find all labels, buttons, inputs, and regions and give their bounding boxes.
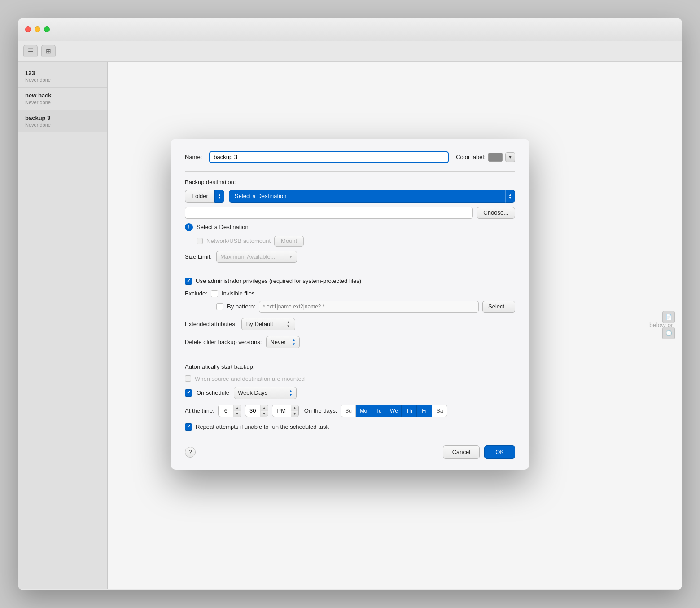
exclude-section: Exclude: Invisible files By pattern: Sel… <box>185 290 515 313</box>
ampm-up[interactable]: ▲ <box>291 405 298 411</box>
time-section: At the time: 6 ▲ ▼ 30 ▲ ▼ <box>185 405 299 417</box>
ampm-down[interactable]: ▼ <box>291 411 298 417</box>
select-dest-btn[interactable]: Select a Destination <box>229 190 505 203</box>
delete-older-label: Delete older backup versions: <box>185 339 262 345</box>
day-btn-th[interactable]: Th <box>402 405 417 417</box>
pattern-input[interactable] <box>259 301 479 313</box>
dest-path-input[interactable] <box>185 207 473 219</box>
modal-overlay: Name: Color label: ▼ Backup destination:… <box>0 0 700 608</box>
minute-up[interactable]: ▲ <box>261 405 268 411</box>
exclude-label: Exclude: <box>185 290 207 297</box>
hour-spinner[interactable]: 6 ▲ ▼ <box>218 405 241 417</box>
select-pattern-btn[interactable]: Select... <box>482 301 515 313</box>
info-symbol: ! <box>188 225 190 230</box>
extended-arrows: ▲ ▼ <box>287 320 290 328</box>
minute-down[interactable]: ▼ <box>261 411 268 417</box>
day-btn-su[interactable]: Su <box>341 405 356 417</box>
divider-2 <box>185 270 515 270</box>
repeat-checkbox[interactable]: ✓ <box>185 423 192 431</box>
source-mounted-checkbox[interactable] <box>185 375 191 382</box>
size-limit-label: Size Limit: <box>185 253 212 260</box>
by-pattern-label: By pattern: <box>227 303 255 310</box>
at-time-label: At the time: <box>185 407 214 414</box>
repeat-row: ✓ Repeat attempts if unable to run the s… <box>185 423 515 431</box>
size-select[interactable]: Maximum Available... ▼ <box>216 251 297 263</box>
pattern-checkbox[interactable] <box>216 303 223 310</box>
hour-arrows[interactable]: ▲ ▼ <box>233 405 241 417</box>
delete-older-row: Delete older backup versions: Never ▲ ▼ <box>185 336 515 348</box>
auto-start-title: Automatically start backup: <box>185 363 515 370</box>
day-btn-tu[interactable]: Tu <box>371 405 386 417</box>
schedule-section: Automatically start backup: When source … <box>185 363 515 431</box>
on-schedule-label: On schedule <box>197 389 229 396</box>
pattern-row: By pattern: Select... <box>185 301 515 313</box>
chevron-down-icon: ▼ <box>218 196 221 199</box>
delete-older-select[interactable]: Never ▲ ▼ <box>266 336 300 348</box>
dest-arrows-btn[interactable]: ▲ ▼ <box>505 190 515 203</box>
repeat-label: Repeat attempts if unable to run the sch… <box>196 423 329 430</box>
invisible-label: Invisible files <box>222 290 255 297</box>
footer-btns: Cancel OK <box>443 445 515 459</box>
time-days-row: At the time: 6 ▲ ▼ 30 ▲ ▼ <box>185 405 515 417</box>
automount-checkbox[interactable] <box>197 238 203 244</box>
cancel-btn[interactable]: Cancel <box>443 445 480 459</box>
folder-select-wrapper: Folder ▲ ▼ <box>185 190 224 203</box>
name-input[interactable] <box>209 151 449 163</box>
size-value: Maximum Available... <box>220 253 276 260</box>
invisible-checkbox[interactable] <box>211 290 218 297</box>
dest-btn-wrapper: Select a Destination ▲ ▼ <box>229 190 515 203</box>
chevron-down-small: ▼ <box>509 196 512 199</box>
choose-btn[interactable]: Choose... <box>477 207 515 219</box>
check-icon: ✓ <box>187 278 191 284</box>
hour-down[interactable]: ▼ <box>234 411 241 417</box>
folder-arrows-btn[interactable]: ▲ ▼ <box>214 190 224 203</box>
ampm-arrows[interactable]: ▲ ▼ <box>291 405 298 417</box>
divider-3 <box>185 356 515 356</box>
day-btn-sa[interactable]: Sa <box>432 405 447 417</box>
minute-arrows[interactable]: ▲ ▼ <box>260 405 268 417</box>
color-dropdown-btn[interactable]: ▼ <box>505 152 515 162</box>
color-swatch[interactable] <box>488 153 503 162</box>
mount-btn[interactable]: Mount <box>274 236 304 247</box>
week-days-select[interactable]: Week Days ▲ ▼ <box>234 387 297 399</box>
name-label: Name: <box>185 154 202 160</box>
ampm-spinner[interactable]: PM ▲ ▼ <box>272 405 299 417</box>
modal-footer: ? Cancel OK <box>185 445 515 459</box>
days-section: On the days: SuMoTuWeThFrSa <box>304 405 448 417</box>
help-btn[interactable]: ? <box>185 447 196 458</box>
chevron-down-icon: ▼ <box>508 155 512 159</box>
info-row: ! Select a Destination <box>185 223 515 231</box>
privileges-checkbox[interactable]: ✓ <box>185 278 192 285</box>
on-days-label: On the days: <box>304 407 337 414</box>
divider-1 <box>185 171 515 172</box>
ampm-value: PM <box>272 407 291 414</box>
minute-value: 30 <box>245 407 260 414</box>
extended-row: Extended attributes: By Default ▲ ▼ <box>185 318 515 330</box>
divider-4 <box>185 438 515 438</box>
on-schedule-row: ✓ On schedule Week Days ▲ ▼ <box>185 387 515 399</box>
ok-btn[interactable]: OK <box>484 445 515 459</box>
size-chevron: ▼ <box>289 254 293 259</box>
week-days-value: Week Days <box>238 389 267 396</box>
extended-select[interactable]: By Default ▲ ▼ <box>241 318 295 330</box>
day-btn-fr[interactable]: Fr <box>417 405 432 417</box>
hour-up[interactable]: ▲ <box>234 405 241 411</box>
days-group: SuMoTuWeThFrSa <box>341 405 447 417</box>
modal-dialog: Name: Color label: ▼ Backup destination:… <box>171 139 529 470</box>
automount-label: Network/USB automount <box>206 238 271 244</box>
backup-dest-label: Backup destination: <box>185 179 515 185</box>
minute-spinner[interactable]: 30 ▲ ▼ <box>245 405 268 417</box>
check-icon-2: ✓ <box>187 390 191 396</box>
on-schedule-checkbox[interactable]: ✓ <box>185 389 192 397</box>
check-icon-3: ✓ <box>187 424 191 430</box>
extended-value: By Default <box>246 321 273 327</box>
info-icon: ! <box>185 223 193 231</box>
delete-arrows: ▲ ▼ <box>292 338 296 346</box>
info-text: Select a Destination <box>197 224 249 230</box>
chevron-up-icon: ▲ <box>218 193 221 196</box>
exclude-row: Exclude: Invisible files <box>185 290 515 297</box>
hour-value: 6 <box>219 407 233 414</box>
day-btn-we[interactable]: We <box>386 405 402 417</box>
day-btn-mo[interactable]: Mo <box>356 405 371 417</box>
folder-btn[interactable]: Folder <box>185 190 214 203</box>
